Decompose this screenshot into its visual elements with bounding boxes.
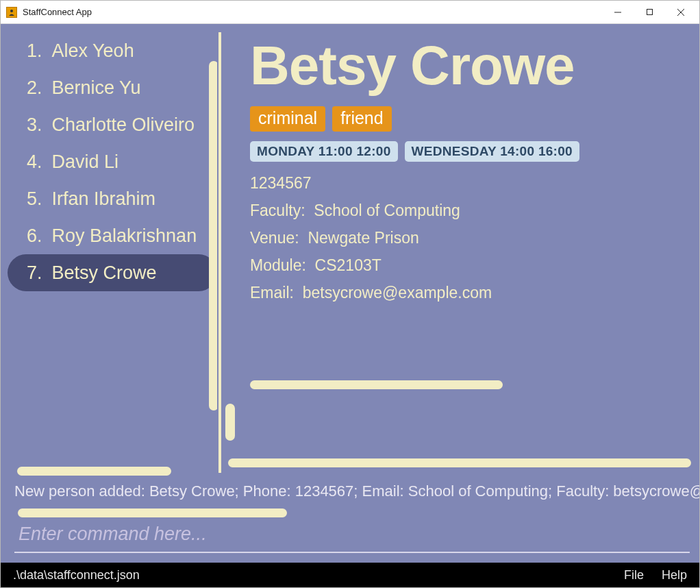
person-list-index: 5. (27, 188, 42, 210)
detail-vertical-scrollbar-thumb[interactable] (225, 404, 235, 441)
detail-name: Betsy Crowe (250, 36, 692, 95)
command-input[interactable] (14, 521, 690, 548)
detail-module-label: Module: (250, 256, 306, 274)
content-row: 1.Alex Yeoh2.Bernice Yu3.Charlotte Olive… (1, 24, 699, 480)
detail-venue: Venue: Newgate Prison (250, 229, 692, 247)
detail-phone: 1234567 (250, 174, 692, 193)
app-window: StaffConnect App 1.Alex Yeoh2.Bernice Yu… (0, 0, 700, 588)
person-list-name: David Li (52, 151, 119, 173)
detail-faculty-value: School of Computing (314, 201, 460, 219)
sidebar-vertical-scrollbar-thumb[interactable] (209, 61, 217, 411)
close-button[interactable] (665, 1, 697, 23)
detail-faculty: Faculty: School of Computing (250, 201, 692, 220)
person-list-index: 1. (27, 40, 42, 62)
person-list-index: 4. (27, 151, 42, 173)
detail-inner-horizontal-scrollbar-thumb[interactable] (250, 380, 503, 389)
timeslot: WEDNESDAY 14:00 16:00 (405, 141, 579, 162)
svg-point-0 (10, 10, 13, 12)
person-list-name: Betsy Crowe (52, 262, 157, 284)
tag: criminal (250, 106, 325, 132)
person-list-name: Roy Balakrishnan (52, 225, 197, 247)
person-list-item[interactable]: 6.Roy Balakrishnan (8, 217, 217, 254)
person-list-item[interactable]: 7.Betsy Crowe (8, 254, 217, 291)
person-list-index: 3. (27, 114, 42, 136)
person-list-name: Alex Yeoh (52, 40, 134, 62)
person-list-item[interactable]: 3.Charlotte Oliveiro (8, 106, 217, 143)
person-list-item[interactable]: 2.Bernice Yu (8, 69, 217, 106)
titlebar-left: StaffConnect App (6, 7, 92, 18)
detail-email: Email: betsycrowe@example.com (250, 284, 692, 302)
person-list-item[interactable]: 4.David Li (8, 143, 217, 180)
app-title: StaffConnect App (23, 7, 92, 17)
app-body: 1.Alex Yeoh2.Bernice Yu3.Charlotte Olive… (1, 24, 699, 563)
detail-venue-value: Newgate Prison (308, 229, 418, 247)
detail-email-label: Email: (250, 284, 294, 302)
status-horizontal-scrollbar (14, 506, 690, 517)
minimize-button[interactable] (602, 1, 634, 23)
detail-venue-label: Venue: (250, 229, 299, 247)
person-list-item[interactable]: 1.Alex Yeoh (8, 32, 217, 69)
menu-file[interactable]: File (624, 568, 644, 583)
person-list-name: Irfan Ibrahim (52, 188, 156, 210)
person-list-item[interactable]: 5.Irfan Ibrahim (8, 180, 217, 217)
sidebar-horizontal-scrollbar-thumb[interactable] (17, 467, 171, 476)
command-underline (14, 552, 690, 553)
detail-timeslots: MONDAY 11:00 12:00 WEDNESDAY 14:00 16:00 (250, 141, 692, 162)
svg-rect-2 (647, 10, 652, 15)
detail-outer-horizontal-scrollbar-thumb[interactable] (228, 458, 691, 467)
status-horizontal-scrollbar-thumb[interactable] (18, 509, 287, 517)
detail-module: Module: CS2103T (250, 256, 692, 275)
person-list-index: 7. (27, 262, 42, 284)
person-list-name: Charlotte Oliveiro (52, 114, 195, 136)
app-icon (6, 7, 17, 18)
tag: friend (332, 106, 392, 132)
person-list-index: 6. (27, 225, 42, 247)
timeslot: MONDAY 11:00 12:00 (250, 141, 398, 162)
detail-panel: Betsy Crowe criminal friend MONDAY 11:00… (221, 32, 692, 480)
maximize-button[interactable] (634, 1, 665, 23)
save-path: .\data\staffconnect.json (13, 568, 140, 583)
detail-email-value: betsycrowe@example.com (303, 284, 492, 302)
result-message: New person added: Betsy Crowe; Phone: 12… (1, 480, 699, 500)
menu-help[interactable]: Help (662, 568, 687, 583)
titlebar: StaffConnect App (1, 1, 699, 24)
person-list-panel: 1.Alex Yeoh2.Bernice Yu3.Charlotte Olive… (8, 32, 217, 480)
person-list-name: Bernice Yu (52, 77, 141, 99)
person-list: 1.Alex Yeoh2.Bernice Yu3.Charlotte Olive… (8, 32, 217, 291)
command-area (1, 500, 699, 563)
detail-module-value: CS2103T (315, 256, 382, 274)
detail-faculty-label: Faculty: (250, 201, 305, 219)
detail-tags: criminal friend (250, 106, 692, 132)
window-controls (602, 1, 697, 23)
person-list-index: 2. (27, 77, 42, 99)
menu-bar: File Help (624, 568, 687, 583)
bottom-menu-bar: .\data\staffconnect.json File Help (1, 563, 699, 587)
